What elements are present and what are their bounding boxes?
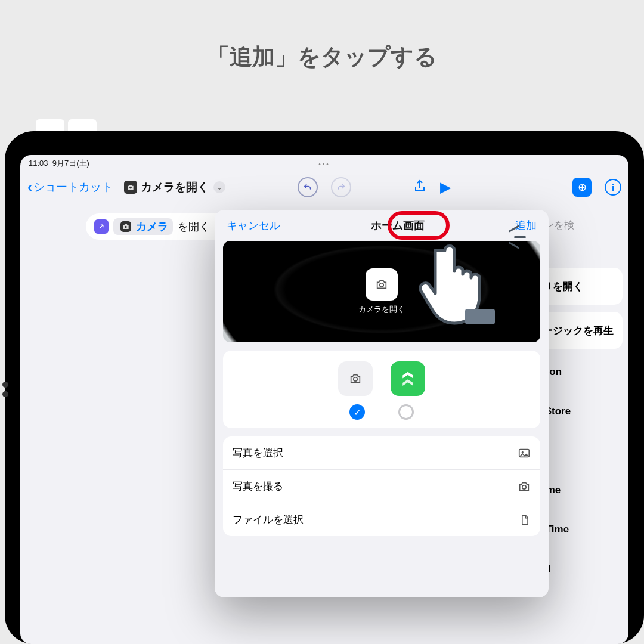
chevron-down-icon[interactable]: ⌄: [213, 181, 225, 193]
photo-icon: [518, 447, 531, 460]
svg-point-1: [125, 226, 127, 228]
icon-option-shortcut[interactable]: [391, 361, 425, 396]
status-bar: 11:03 9月7日(土): [29, 158, 89, 169]
add-to-home-modal: キャンセル ホーム画面 追加 カメラを開く ✓: [215, 210, 549, 597]
modal-title: ホーム画面: [371, 218, 425, 233]
action-verb: を開く: [178, 219, 210, 234]
cancel-button[interactable]: キャンセル: [227, 218, 280, 233]
instruction-text: 「追加」をタップする: [0, 42, 644, 72]
camera-icon: [518, 480, 531, 493]
device-buttons: [2, 382, 8, 397]
photo-source-options: 写真を選択 写真を撮る ファイルを選択: [223, 436, 540, 536]
camera-icon: [349, 372, 362, 385]
option-choose-file[interactable]: ファイルを選択: [223, 503, 540, 536]
back-label: ショートカット: [33, 179, 113, 195]
file-icon: [519, 513, 531, 527]
icon-option-camera[interactable]: [338, 361, 373, 396]
svg-point-14: [522, 485, 526, 488]
back-button[interactable]: ‹ ショートカット カメラを開く ⌄: [27, 179, 225, 196]
screen: 11:03 9月7日(土) ••• ‹ ショートカット カメラを開く ⌄: [20, 155, 628, 644]
preview-app-icon: [366, 268, 398, 301]
status-date: 9月7日(土): [52, 159, 89, 168]
camera-icon: [120, 221, 131, 232]
multitask-dots[interactable]: •••: [318, 161, 330, 168]
app-name: カメラ: [136, 219, 168, 234]
option-take-photo[interactable]: 写真を撮る: [223, 470, 540, 503]
redo-button[interactable]: [331, 177, 351, 197]
preview-label: カメラを開く: [358, 304, 405, 315]
svg-point-11: [354, 377, 357, 381]
option-label: ファイルを選択: [233, 513, 304, 527]
svg-point-10: [380, 283, 383, 287]
info-button[interactable]: i: [605, 179, 621, 196]
option-label: 写真を選択: [233, 446, 283, 460]
svg-point-0: [129, 187, 132, 189]
share-button[interactable]: [413, 179, 427, 196]
chevron-left-icon: ‹: [27, 179, 32, 196]
play-button[interactable]: ▶: [440, 179, 451, 196]
shortcut-title: カメラを開く: [141, 179, 209, 195]
navbar: ‹ ショートカット カメラを開く ⌄ ▶ ⊕ i: [20, 173, 628, 202]
svg-point-13: [522, 451, 524, 453]
option-choose-photo[interactable]: 写真を選択: [223, 436, 540, 470]
camera-icon: [124, 181, 137, 194]
home-preview: カメラを開く: [223, 241, 540, 342]
undo-button[interactable]: [298, 177, 318, 197]
open-app-icon: [94, 219, 109, 234]
shortcut-icon: [399, 370, 417, 388]
status-time: 11:03: [29, 159, 48, 168]
camera-icon: [375, 278, 388, 291]
ipad-frame: 11:03 9月7日(土) ••• ‹ ショートカット カメラを開く ⌄: [5, 131, 644, 644]
option-label: 写真を撮る: [233, 479, 283, 493]
new-shortcut-button[interactable]: ⊕: [572, 178, 592, 197]
radio-unselected[interactable]: [398, 404, 414, 420]
icon-picker: ✓: [223, 351, 540, 428]
radio-selected[interactable]: ✓: [349, 404, 365, 420]
app-param[interactable]: カメラ: [113, 218, 173, 235]
